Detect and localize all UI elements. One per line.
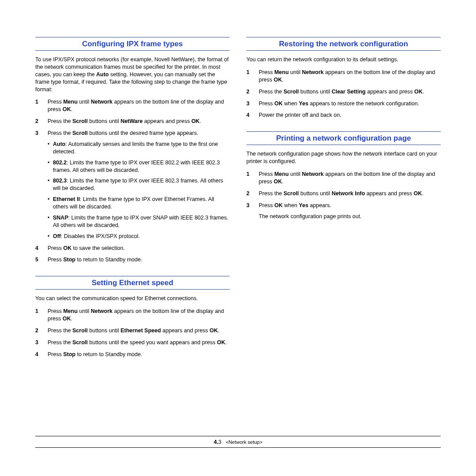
list-item: Press Menu until Network appears on the … — [246, 171, 441, 186]
heading-ipx: Configuring IPX frame types — [35, 37, 230, 51]
list-item: Press Menu until Network appears on the … — [35, 98, 230, 113]
list-item: Press Menu until Network appears on the … — [246, 69, 441, 84]
trailing-note: The network configuration page prints ou… — [246, 213, 441, 220]
list-item: Press Stop to return to Standby mode. — [35, 256, 230, 264]
two-column-layout: Configuring IPX frame types To use IPX/S… — [35, 35, 441, 441]
list-item: 802.2: Limits the frame type to IPX over… — [48, 159, 230, 174]
right-column: Restoring the network configuration You … — [246, 35, 441, 441]
section-ethernet-speed: Setting Ethernet speed You can select th… — [35, 276, 230, 358]
intro-ipx: To use IPX/SPX protocol networks (for ex… — [35, 56, 230, 93]
list-item: Press the Scroll buttons until the desir… — [35, 130, 230, 240]
list-item: Press the Scroll buttons until Clear Set… — [246, 88, 441, 96]
list-item: Press the Scroll buttons until the speed… — [35, 339, 230, 346]
list-item: Off: Disables the IPX/SPX protocol. — [48, 233, 230, 240]
heading-ethernet-speed: Setting Ethernet speed — [35, 276, 230, 290]
steps-print-config: Press Menu until Network appears on the … — [246, 171, 441, 209]
section-restore: Restoring the network configuration You … — [246, 37, 441, 119]
list-item: Power the printer off and back on. — [246, 112, 441, 119]
chapter-name: <Network setup> — [226, 439, 262, 445]
page-content: Configuring IPX frame types To use IPX/S… — [35, 35, 441, 458]
steps-restore: Press Menu until Network appears on the … — [246, 69, 441, 119]
intro-print-config: The network configuration page shows how… — [246, 150, 441, 165]
list-item: Ethernet II: Limits the frame type to IP… — [48, 196, 230, 211]
heading-restore: Restoring the network configuration — [246, 37, 441, 51]
list-item: Press OK when Yes appears. — [246, 202, 441, 209]
list-item: Press Menu until Network appears on the … — [35, 308, 230, 323]
intro-restore: You can return the network configuration… — [246, 56, 441, 63]
intro-ethernet-speed: You can select the communication speed f… — [35, 295, 230, 302]
page-number: 3 — [218, 439, 221, 445]
list-item: Auto: Automatically senses and limits th… — [48, 141, 230, 156]
list-item: 802.3: Limits the frame type to IPX over… — [48, 177, 230, 192]
list-item: Press OK when Yes appears to restore the… — [246, 100, 441, 108]
list-item: Press Stop to return to Standby mode. — [35, 351, 230, 358]
steps-ipx: Press Menu until Network appears on the … — [35, 98, 230, 264]
list-item: Press OK to save the selection. — [35, 245, 230, 252]
frame-type-list: Auto: Automatically senses and limits th… — [48, 141, 230, 240]
list-item: Press the Scroll buttons until NetWare a… — [35, 118, 230, 125]
left-column: Configuring IPX frame types To use IPX/S… — [35, 35, 230, 441]
list-item: SNAP: Limits the frame type to IPX over … — [48, 214, 230, 229]
page-footer: 4.3 <Network setup> — [35, 436, 441, 448]
steps-ethernet-speed: Press Menu until Network appears on the … — [35, 308, 230, 358]
heading-print-config: Printing a network configuration page — [246, 131, 441, 145]
list-item: Press the Scroll buttons until Ethernet … — [35, 327, 230, 335]
section-print-config: Printing a network configuration page Th… — [246, 131, 441, 220]
page-number-prefix: 4. — [214, 439, 219, 445]
section-ipx: Configuring IPX frame types To use IPX/S… — [35, 37, 230, 264]
list-item: Press the Scroll buttons until Network I… — [246, 190, 441, 197]
